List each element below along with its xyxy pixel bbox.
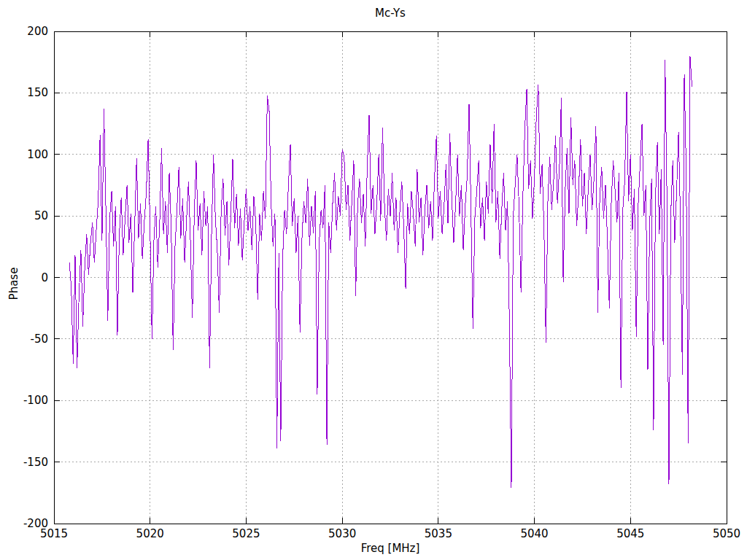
y-axis-label: Phase [7,268,20,300]
x-axis-label: Freq [MHz] [54,542,727,555]
y-tick-label: 150 [27,86,48,99]
y-tick-label: 200 [27,25,48,38]
x-tick-label: 5050 [713,527,740,540]
y-tick-label: -200 [23,517,48,530]
y-tick-label: 0 [41,271,48,284]
x-tick-label: 5030 [328,527,356,540]
y-tick-label: 100 [27,148,48,161]
x-tick-label: 5035 [425,527,452,540]
y-tick-label: 50 [34,209,48,222]
chart-title: Mc-Ys [54,7,727,20]
x-tick-label: 5025 [232,527,260,540]
x-tick-label: 5040 [520,527,548,540]
x-tick-label: 5045 [616,527,644,540]
y-tick-label: -150 [23,456,48,469]
phase-chart: 50155020502550305035504050455050-200-150… [0,0,747,560]
phase-trace [69,56,692,488]
x-tick-label: 5020 [136,527,164,540]
y-tick-label: -50 [31,332,49,346]
plot-svg: 50155020502550305035504050455050-200-150… [0,0,747,560]
y-tick-label: -100 [23,394,48,407]
